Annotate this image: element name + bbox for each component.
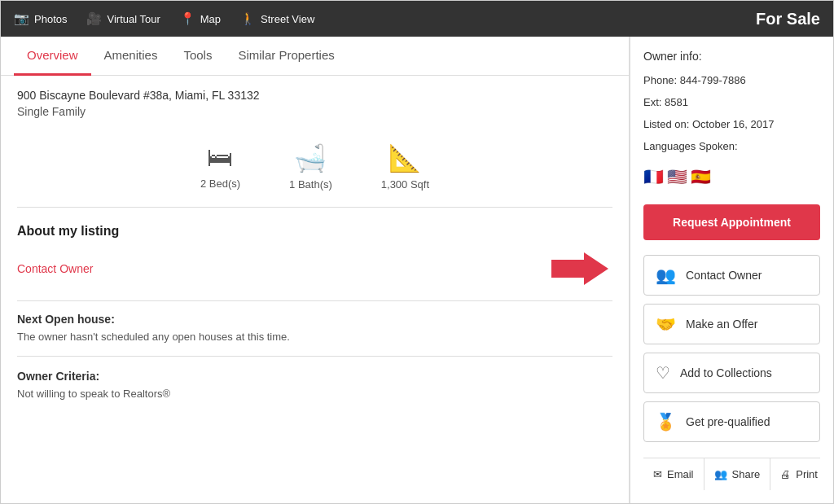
share-button[interactable]: 👥 Share: [705, 458, 771, 490]
bed-stat: 🛏 2 Bed(s): [200, 142, 240, 191]
languages-label: Languages Spoken:: [643, 140, 820, 152]
tab-tools[interactable]: Tools: [170, 37, 225, 76]
print-icon: 🖨: [780, 468, 791, 480]
top-bar: 📷 Photos 🎥 Virtual Tour 📍 Map 🚶 Street V…: [1, 1, 833, 37]
content-area: 900 Biscayne Boulevard #38a, Miami, FL 3…: [1, 76, 629, 503]
owner-ext: Ext: 8581: [643, 96, 820, 108]
owner-criteria-text: Not willing to speak to Realtors®: [17, 388, 612, 400]
get-prequalified-button[interactable]: 🏅 Get pre-qualified: [643, 401, 820, 442]
property-type: Single Family: [17, 105, 612, 118]
property-stats: 🛏 2 Bed(s) 🛁 1 Bath(s) 📐 1,300 Sqft: [17, 134, 612, 208]
flag-fr: 🇫🇷: [643, 167, 664, 186]
email-icon: ✉: [653, 468, 662, 480]
make-offer-button[interactable]: 🤝 Make an Offer: [643, 304, 820, 344]
open-house-text: The owner hasn't scheduled any open hous…: [17, 331, 612, 357]
bottom-actions: ✉ Email 👥 Share 🖨 Print: [643, 458, 820, 490]
about-title: About my listing: [17, 224, 612, 239]
tabs: Overview Amenities Tools Similar Propert…: [1, 37, 629, 76]
tab-overview[interactable]: Overview: [14, 37, 91, 76]
bath-stat: 🛁 1 Bath(s): [289, 142, 332, 191]
add-collections-icon: ♡: [656, 363, 670, 383]
flag-es: 🇪🇸: [691, 167, 711, 186]
prequalified-icon: 🏅: [656, 412, 676, 432]
photos-nav[interactable]: 📷 Photos: [14, 11, 67, 26]
photos-label: Photos: [34, 13, 67, 25]
owner-phone: Phone: 844-799-7886: [643, 74, 820, 86]
flags-row: 🇫🇷 🇺🇸 🇪🇸: [643, 167, 820, 186]
map-label: Map: [200, 13, 221, 25]
arrow-decoration: [547, 248, 612, 289]
app-container: 📷 Photos 🎥 Virtual Tour 📍 Map 🚶 Street V…: [0, 0, 834, 504]
left-panel: Overview Amenities Tools Similar Propert…: [1, 37, 630, 503]
get-prequalified-label: Get pre-qualified: [686, 415, 770, 428]
email-label: Email: [667, 468, 694, 480]
open-house-title: Next Open house:: [17, 313, 612, 326]
owner-info-title: Owner info:: [643, 50, 820, 63]
right-panel: Owner info: Phone: 844-799-7886 Ext: 858…: [630, 37, 833, 503]
contact-owner-icon: 👥: [656, 265, 676, 285]
virtual-tour-nav[interactable]: 🎥 Virtual Tour: [86, 11, 160, 26]
street-view-label: Street View: [261, 13, 314, 25]
print-label: Print: [796, 468, 818, 480]
share-icon: 👥: [714, 468, 727, 480]
map-icon: 📍: [180, 11, 195, 26]
bath-icon: 🛁: [294, 142, 327, 173]
svg-marker-0: [551, 252, 608, 285]
email-button[interactable]: ✉ Email: [643, 458, 705, 490]
make-offer-icon: 🤝: [656, 314, 676, 334]
bed-label: 2 Bed(s): [200, 177, 240, 190]
add-to-collections-button[interactable]: ♡ Add to Collections: [643, 353, 820, 393]
make-offer-button-label: Make an Offer: [686, 318, 757, 331]
flag-us: 🇺🇸: [667, 167, 687, 186]
bed-icon: 🛏: [207, 142, 233, 173]
tab-amenities[interactable]: Amenities: [91, 37, 171, 76]
sqft-icon: 📐: [388, 142, 421, 173]
contact-owner-inline[interactable]: Contact Owner: [17, 248, 612, 301]
arrow-svg: [547, 248, 612, 289]
contact-owner-text: Contact Owner: [17, 262, 93, 275]
owner-criteria-title: Owner Criteria:: [17, 370, 612, 383]
virtual-tour-label: Virtual Tour: [107, 13, 160, 25]
bath-label: 1 Bath(s): [289, 178, 332, 191]
virtual-tour-icon: 🎥: [86, 11, 102, 26]
share-label: Share: [732, 468, 761, 480]
main-layout: Overview Amenities Tools Similar Propert…: [1, 37, 833, 503]
map-nav[interactable]: 📍 Map: [180, 11, 221, 26]
add-to-collections-label: Add to Collections: [680, 366, 772, 379]
listed-on: Listed on: October 16, 2017: [643, 118, 820, 130]
property-address: 900 Biscayne Boulevard #38a, Miami, FL 3…: [17, 89, 612, 102]
top-bar-left: 📷 Photos 🎥 Virtual Tour 📍 Map 🚶 Street V…: [14, 11, 314, 26]
sqft-stat: 📐 1,300 Sqft: [381, 142, 429, 191]
request-appointment-button[interactable]: Request Appointment: [643, 204, 820, 240]
street-view-nav[interactable]: 🚶 Street View: [240, 11, 314, 26]
tab-similar-properties[interactable]: Similar Properties: [225, 37, 347, 76]
contact-owner-button-label: Contact Owner: [686, 269, 762, 282]
sqft-label: 1,300 Sqft: [381, 178, 429, 191]
camera-icon: 📷: [14, 11, 29, 26]
print-button[interactable]: 🖨 Print: [770, 458, 827, 490]
for-sale-badge: For Sale: [756, 10, 820, 28]
contact-owner-button[interactable]: 👥 Contact Owner: [643, 255, 820, 296]
street-view-icon: 🚶: [240, 11, 256, 26]
